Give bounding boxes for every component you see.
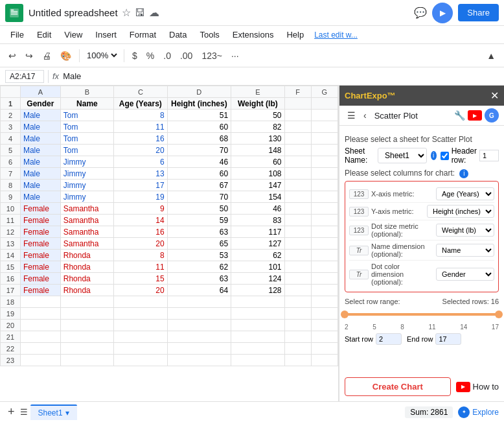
cell-f-11[interactable]: [284, 215, 311, 226]
cell-name-5[interactable]: Tom: [60, 145, 113, 156]
cell-f-20[interactable]: [284, 320, 311, 331]
cell-age-11[interactable]: 14: [114, 215, 167, 226]
cell-g-10[interactable]: [311, 203, 338, 215]
cell-age-4[interactable]: 16: [114, 133, 167, 145]
cell-g-18[interactable]: [311, 296, 338, 308]
add-sheet-button[interactable]: +: [5, 405, 17, 419]
google-icon[interactable]: G: [485, 108, 499, 123]
cell-b-19[interactable]: [60, 308, 113, 320]
cell-f-22[interactable]: [284, 343, 311, 355]
cell-age-7[interactable]: 13: [114, 168, 167, 180]
cell-f-13[interactable]: [284, 238, 311, 250]
cell-height-5[interactable]: 70: [167, 145, 231, 156]
cell-height-11[interactable]: 59: [167, 215, 231, 226]
col-g-header[interactable]: G: [311, 86, 338, 98]
cell-age-6[interactable]: 6: [114, 156, 167, 168]
cell-f-16[interactable]: [284, 273, 311, 285]
col-f-header[interactable]: F: [284, 86, 311, 98]
dot-color-select[interactable]: Gender: [436, 268, 494, 281]
cell-g-7[interactable]: [311, 168, 338, 180]
panel-back-button[interactable]: ‹: [361, 109, 369, 122]
cell-d-20[interactable]: [167, 320, 231, 331]
save-icon[interactable]: 🖫: [135, 7, 145, 19]
cell-e-18[interactable]: [231, 296, 284, 308]
cell-name-15[interactable]: Rhonda: [60, 261, 113, 273]
start-row-input[interactable]: [376, 333, 402, 345]
header-row-input[interactable]: [479, 150, 499, 161]
cell-weight-16[interactable]: 124: [231, 273, 284, 285]
youtube-toolbar-icon[interactable]: ▶: [468, 110, 482, 121]
cell-age-10[interactable]: 9: [114, 203, 167, 215]
formula-input[interactable]: [63, 71, 499, 81]
cell-f-12[interactable]: [284, 226, 311, 238]
cell-g-16[interactable]: [311, 273, 338, 285]
zoom-select[interactable]: 100%: [84, 50, 119, 61]
cell-b-21[interactable]: [60, 331, 113, 343]
cell-gender-6[interactable]: Male: [20, 156, 60, 168]
cell-height-6[interactable]: 46: [167, 156, 231, 168]
sheet1-tab[interactable]: Sheet1 ▾: [30, 404, 77, 420]
menu-help[interactable]: Help: [281, 29, 309, 41]
cell-c-23[interactable]: [114, 355, 167, 366]
cell-e-19[interactable]: [231, 308, 284, 320]
cell-gender-16[interactable]: Female: [20, 273, 60, 285]
cell-e-21[interactable]: [231, 331, 284, 343]
cell-g-8[interactable]: [311, 180, 338, 191]
cell-weight-7[interactable]: 108: [231, 168, 284, 180]
cell-g-12[interactable]: [311, 226, 338, 238]
cell-name-9[interactable]: Jimmy: [60, 191, 113, 203]
cell-g-20[interactable]: [311, 320, 338, 331]
cell-name-14[interactable]: Rhonda: [60, 250, 113, 261]
cell-b-20[interactable]: [60, 320, 113, 331]
sheet-tab-arrow[interactable]: ▾: [65, 408, 69, 417]
explore-button[interactable]: Explore: [458, 406, 499, 418]
cell-height-16[interactable]: 63: [167, 273, 231, 285]
percent-button[interactable]: %: [143, 49, 157, 63]
cell-gender-9[interactable]: Male: [20, 191, 60, 203]
cell-age-16[interactable]: 15: [114, 273, 167, 285]
cell-a-23[interactable]: [20, 355, 60, 366]
cell-d-18[interactable]: [167, 296, 231, 308]
panel-menu-button[interactable]: ☰: [345, 109, 358, 122]
cell-height-14[interactable]: 53: [167, 250, 231, 261]
cell-c-20[interactable]: [114, 320, 167, 331]
menu-data[interactable]: Data: [164, 29, 192, 41]
cell-g-9[interactable]: [311, 191, 338, 203]
redo-button[interactable]: ↪: [22, 49, 36, 63]
cell-name-16[interactable]: Rhonda: [60, 273, 113, 285]
cell-gender-4[interactable]: Male: [20, 133, 60, 145]
cell-f-2[interactable]: [284, 110, 311, 121]
name-dim-select[interactable]: Name: [436, 244, 494, 257]
range-thumb-left[interactable]: [341, 311, 349, 318]
cell-a-19[interactable]: [20, 308, 60, 320]
cell-g-17[interactable]: [311, 285, 338, 296]
cell-age-14[interactable]: 8: [114, 250, 167, 261]
cell-height-7[interactable]: 60: [167, 168, 231, 180]
cell-f-9[interactable]: [284, 191, 311, 203]
cell-g-13[interactable]: [311, 238, 338, 250]
decimal0-button[interactable]: .0: [160, 49, 174, 63]
how-to-button[interactable]: How to: [456, 382, 499, 392]
cell-weight-17[interactable]: 128: [231, 285, 284, 296]
cell-c-18[interactable]: [114, 296, 167, 308]
cell-c-22[interactable]: [114, 343, 167, 355]
panel-close-button[interactable]: ✕: [490, 89, 499, 102]
cell-g-2[interactable]: [311, 110, 338, 121]
cell-f-19[interactable]: [284, 308, 311, 320]
cell-b-18[interactable]: [60, 296, 113, 308]
cell-weight-2[interactable]: 50: [231, 110, 284, 121]
cell-g-14[interactable]: [311, 250, 338, 261]
chat-icon[interactable]: 💬: [414, 6, 427, 19]
cell-weight-9[interactable]: 154: [231, 191, 284, 203]
sheet-menu-button[interactable]: ☰: [17, 407, 30, 417]
last-edit[interactable]: Last edit w...: [314, 30, 358, 40]
cell-f-18[interactable]: [284, 296, 311, 308]
cell-age-17[interactable]: 20: [114, 285, 167, 296]
range-thumb-right[interactable]: [495, 311, 503, 318]
create-chart-button[interactable]: Create Chart: [345, 377, 451, 396]
cell-c-21[interactable]: [114, 331, 167, 343]
cell-g-4[interactable]: [311, 133, 338, 145]
x-axis-select[interactable]: Age (Years): [436, 187, 494, 200]
cell-height-15[interactable]: 62: [167, 261, 231, 273]
cell-gender-2[interactable]: Male: [20, 110, 60, 121]
